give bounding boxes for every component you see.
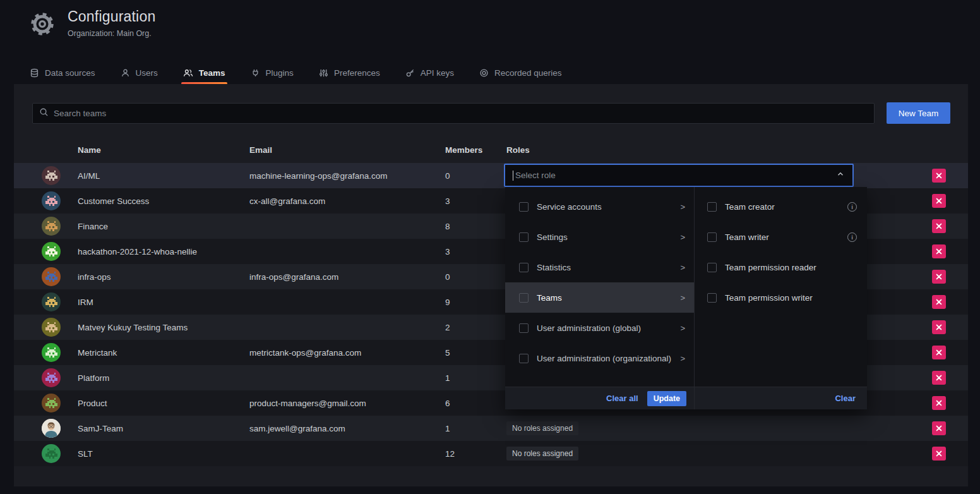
group-checkbox[interactable] bbox=[519, 232, 529, 242]
role-group-item[interactable]: User administration (global) > bbox=[505, 313, 694, 343]
team-name: infra-ops bbox=[78, 272, 249, 282]
delete-team-button[interactable] bbox=[932, 194, 946, 208]
tab-plugins[interactable]: Plugins bbox=[249, 61, 296, 84]
column-header-members: Members bbox=[445, 145, 506, 155]
database-icon bbox=[30, 68, 39, 78]
role-select-placeholder: Select role bbox=[515, 171, 836, 180]
team-avatar bbox=[42, 419, 61, 438]
team-email: machine-learning-ops@grafana.com bbox=[249, 171, 445, 181]
delete-team-button[interactable] bbox=[932, 244, 946, 258]
delete-team-button[interactable] bbox=[932, 320, 946, 334]
team-avatar bbox=[42, 394, 61, 413]
delete-team-button[interactable] bbox=[932, 295, 946, 309]
info-icon: i bbox=[847, 232, 857, 242]
users-icon bbox=[183, 68, 193, 78]
team-members-count: 0 bbox=[445, 272, 506, 282]
close-icon bbox=[936, 323, 942, 332]
role-checkbox[interactable] bbox=[707, 263, 717, 272]
role-select-control[interactable]: Select role bbox=[504, 164, 854, 187]
delete-team-button[interactable] bbox=[932, 447, 946, 461]
delete-team-button[interactable] bbox=[932, 270, 946, 284]
no-roles-badge: No roles assigned bbox=[506, 447, 578, 461]
tab-recorded-queries[interactable]: Recorded queries bbox=[477, 61, 564, 84]
close-icon bbox=[936, 373, 942, 383]
page-header: Configuration Organization: Main Org. bbox=[28, 8, 155, 39]
new-team-button[interactable]: New Team bbox=[887, 102, 950, 124]
role-group-item[interactable]: Settings > bbox=[505, 222, 694, 252]
role-group-list: Service accounts > Settings > Statistics… bbox=[505, 187, 695, 387]
group-checkbox[interactable] bbox=[519, 263, 529, 272]
role-group-item[interactable]: Statistics > bbox=[505, 252, 694, 282]
user-icon bbox=[121, 68, 130, 78]
team-name: hackathon-2021-12-whoa-nellie bbox=[78, 247, 249, 256]
delete-team-button[interactable] bbox=[932, 371, 946, 385]
tab-preferences[interactable]: Preferences bbox=[317, 61, 382, 84]
close-icon bbox=[936, 449, 942, 459]
role-checkbox[interactable] bbox=[707, 202, 717, 212]
role-group-item[interactable]: Teams > bbox=[505, 282, 694, 313]
team-members-count: 12 bbox=[445, 449, 506, 459]
team-name: SLT bbox=[78, 449, 249, 459]
table-row[interactable]: SamJ-Team sam.jewell@grafana.com 1 No ro… bbox=[14, 416, 968, 441]
search-teams-field[interactable] bbox=[32, 103, 875, 124]
role-option-item[interactable]: Team permission writer i bbox=[695, 282, 867, 313]
group-checkbox[interactable] bbox=[519, 293, 529, 303]
record-icon bbox=[479, 68, 489, 78]
team-email: product-managers@gmail.com bbox=[249, 399, 445, 408]
team-members-count: 6 bbox=[445, 399, 506, 408]
tab-label: Data sources bbox=[45, 68, 95, 78]
page-title: Configuration bbox=[68, 8, 155, 25]
group-checkbox[interactable] bbox=[519, 354, 529, 363]
team-members-count: 1 bbox=[445, 424, 506, 433]
team-members-count: 3 bbox=[445, 247, 506, 256]
team-members-count: 3 bbox=[445, 196, 506, 206]
role-label: Team permission writer bbox=[725, 293, 813, 303]
clear-all-link[interactable]: Clear all bbox=[606, 394, 638, 403]
group-checkbox[interactable] bbox=[519, 323, 529, 333]
delete-team-button[interactable] bbox=[932, 396, 946, 410]
column-header-roles: Roles bbox=[506, 145, 932, 155]
team-members-count: 9 bbox=[445, 298, 506, 307]
team-name: Finance bbox=[78, 222, 249, 231]
tab-api-keys[interactable]: API keys bbox=[403, 61, 456, 84]
role-group-item[interactable]: User administration (organizational) > bbox=[505, 343, 694, 373]
clear-link[interactable]: Clear bbox=[835, 394, 856, 403]
team-name: SamJ-Team bbox=[78, 424, 249, 433]
column-header-name: Name bbox=[78, 145, 249, 155]
close-icon bbox=[936, 196, 942, 206]
chevron-up-icon[interactable] bbox=[836, 170, 845, 181]
role-option-item[interactable]: Team writer i bbox=[695, 222, 867, 252]
team-email: cx-all@grafana.com bbox=[249, 196, 445, 206]
team-name: Product bbox=[78, 399, 249, 408]
table-row[interactable]: SLT 12 No roles assigned bbox=[14, 441, 968, 466]
chevron-right-icon: > bbox=[680, 263, 685, 272]
delete-team-button[interactable] bbox=[932, 421, 946, 435]
role-checkbox[interactable] bbox=[707, 232, 717, 242]
chevron-right-icon: > bbox=[680, 202, 685, 212]
tab-data-sources[interactable]: Data sources bbox=[28, 61, 97, 84]
team-members-count: 1 bbox=[445, 373, 506, 383]
team-avatar bbox=[42, 318, 61, 337]
role-option-item[interactable]: Team permission reader i bbox=[695, 252, 867, 282]
team-avatar bbox=[42, 267, 61, 286]
search-icon bbox=[39, 107, 49, 119]
team-name: Matvey Kukuy Testing Teams bbox=[78, 323, 249, 332]
sliders-icon bbox=[319, 68, 328, 78]
update-button[interactable]: Update bbox=[647, 391, 686, 406]
role-checkbox[interactable] bbox=[707, 293, 717, 303]
role-option-item[interactable]: Team creator i bbox=[695, 191, 867, 222]
tab-teams[interactable]: Teams bbox=[181, 61, 227, 84]
group-checkbox[interactable] bbox=[519, 202, 529, 212]
team-name: Platform bbox=[78, 373, 249, 383]
close-icon bbox=[936, 399, 942, 408]
role-picker-footer: Clear all Update Clear bbox=[505, 387, 867, 409]
role-group-item[interactable]: Service accounts > bbox=[505, 191, 694, 222]
team-avatar bbox=[42, 368, 61, 387]
tab-users[interactable]: Users bbox=[119, 61, 160, 84]
teams-panel: New Team Name Email Members Roles AI/ML … bbox=[14, 84, 968, 486]
delete-team-button[interactable] bbox=[932, 346, 946, 359]
tab-bar: Data sourcesUsersTeamsPluginsPreferences… bbox=[28, 61, 564, 84]
delete-team-button[interactable] bbox=[932, 219, 946, 233]
delete-team-button[interactable] bbox=[932, 169, 946, 183]
search-teams-input[interactable] bbox=[54, 109, 868, 118]
